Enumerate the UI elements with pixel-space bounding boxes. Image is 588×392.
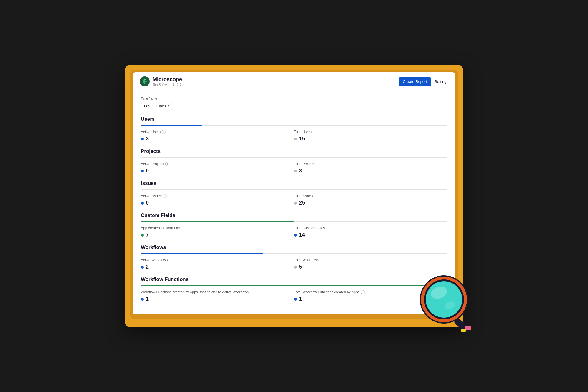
section-title-projects: Projects	[141, 148, 447, 154]
progress-fill-users	[141, 125, 202, 126]
brand: Microscope Jira Software 9.12.7	[140, 76, 182, 86]
timeframe-container: Time frame Last 90 days ▾	[141, 97, 447, 116]
metric-value-projects-0: 0	[141, 168, 294, 174]
metric-block-users-0: Active Usersi3	[141, 130, 294, 142]
svg-rect-4	[453, 317, 470, 332]
dot-blue	[141, 266, 144, 269]
metric-block-users-1: Total Users15	[294, 130, 447, 142]
dot-green	[141, 234, 144, 237]
metric-block-workflows-1: Total Workflows5	[294, 258, 447, 270]
sections-container: UsersActive Usersi3Total Users15Projects…	[141, 116, 447, 302]
metric-block-workflow-functions-1: Total Workflow Functions created by Apps…	[294, 290, 447, 302]
metric-number-workflow-functions-1: 1	[299, 296, 302, 302]
metric-block-custom-fields-1: Total Custom Fields14	[294, 226, 447, 238]
metric-number-workflows-1: 5	[299, 264, 302, 270]
metric-block-issues-0: Active Issuesi0	[141, 194, 294, 206]
metric-number-issues-0: 0	[146, 200, 149, 206]
dot-blue	[141, 298, 144, 301]
section-projects: ProjectsActive Projectsi0Total Projects3	[141, 148, 447, 174]
section-issues: IssuesActive Issuesi0Total Issues25	[141, 180, 447, 206]
section-title-issues: Issues	[141, 180, 447, 186]
metric-value-users-0: 3	[141, 136, 294, 142]
metric-label-workflow-functions-0: Workflow Functions created by Apps, that…	[141, 290, 294, 294]
metric-value-custom-fields-0: 7	[141, 232, 294, 238]
info-icon[interactable]: i	[165, 162, 169, 166]
info-icon[interactable]: i	[163, 194, 167, 198]
header: Microscope Jira Software 9.12.7 Create R…	[133, 72, 455, 91]
metric-label-workflows-0: Active Workflows	[141, 258, 294, 262]
metric-block-workflows-0: Active Workflows2	[141, 258, 294, 270]
brand-logo	[140, 76, 150, 86]
metric-value-projects-1: 3	[294, 168, 447, 174]
metric-value-workflows-1: 5	[294, 264, 447, 270]
metric-label-projects-1: Total Projects	[294, 162, 447, 166]
settings-button[interactable]: Settings	[435, 79, 448, 84]
metric-number-issues-1: 25	[299, 200, 305, 206]
content-area: Time frame Last 90 days ▾ UsersActive Us…	[133, 91, 455, 314]
create-report-button[interactable]: Create Report	[399, 77, 431, 86]
metric-value-issues-1: 25	[294, 200, 447, 206]
metrics-row-users: Active Usersi3Total Users15	[141, 130, 447, 142]
metric-number-projects-1: 3	[299, 168, 302, 174]
dot-blue	[141, 138, 144, 140]
progress-fill-custom-fields	[141, 221, 294, 222]
metrics-row-workflow-functions: Workflow Functions created by Apps, that…	[141, 290, 447, 302]
dot-gray	[294, 266, 297, 269]
metric-number-projects-0: 0	[146, 168, 149, 174]
progress-bar-workflows	[141, 253, 447, 254]
progress-bar-projects	[141, 157, 447, 158]
progress-bar-issues	[141, 189, 447, 190]
metric-block-workflow-functions-0: Workflow Functions created by Apps, that…	[141, 290, 294, 302]
timeframe-label: Time frame	[141, 97, 447, 100]
chevron-down-icon: ▾	[168, 104, 169, 108]
info-icon[interactable]: i	[361, 290, 365, 294]
dot-blue	[141, 202, 144, 205]
metric-label-workflow-functions-1: Total Workflow Functions created by Apps…	[294, 290, 447, 294]
progress-bar-workflow-functions	[141, 285, 447, 286]
metric-label-users-0: Active Usersi	[141, 130, 294, 134]
metric-block-issues-1: Total Issues25	[294, 194, 447, 206]
section-title-custom-fields: Custom Fields	[141, 212, 447, 218]
metric-label-custom-fields-1: Total Custom Fields	[294, 226, 447, 230]
progress-bar-custom-fields	[141, 221, 447, 222]
timeframe-value: Last 90 days	[144, 104, 166, 108]
header-actions: Create Report Settings	[399, 77, 448, 86]
brand-name: Microscope	[153, 76, 182, 83]
metric-label-projects-0: Active Projectsi	[141, 162, 294, 166]
info-icon[interactable]: i	[162, 130, 166, 134]
metrics-row-workflows: Active Workflows2Total Workflows5	[141, 258, 447, 270]
dot-blue	[141, 170, 144, 172]
progress-bar-users	[141, 125, 447, 126]
metric-label-issues-0: Active Issuesi	[141, 194, 294, 198]
metric-number-custom-fields-1: 14	[299, 232, 305, 238]
dot-gray	[294, 138, 297, 140]
app-window: Microscope Jira Software 9.12.7 Create R…	[133, 72, 455, 314]
dot-gray	[294, 202, 297, 205]
section-workflow-functions: Workflow FunctionsWorkflow Functions cre…	[141, 277, 447, 302]
metric-value-workflows-0: 2	[141, 264, 294, 270]
metric-label-issues-1: Total Issues	[294, 194, 447, 198]
metric-value-issues-0: 0	[141, 200, 294, 206]
metric-value-workflow-functions-1: 1	[294, 296, 447, 302]
metric-label-workflows-1: Total Workflows	[294, 258, 447, 262]
timeframe-select[interactable]: Last 90 days ▾	[141, 102, 172, 110]
section-users: UsersActive Usersi3Total Users15	[141, 116, 447, 142]
metric-number-workflow-functions-0: 1	[146, 296, 149, 302]
progress-fill-workflow-functions	[141, 285, 447, 286]
metric-label-users-1: Total Users	[294, 130, 447, 134]
metric-number-workflows-0: 2	[146, 264, 149, 270]
metric-block-custom-fields-0: App created Custom Fields7	[141, 226, 294, 238]
section-workflows: WorkflowsActive Workflows2Total Workflow…	[141, 244, 447, 270]
brand-text: Microscope Jira Software 9.12.7	[153, 76, 182, 86]
section-title-workflow-functions: Workflow Functions	[141, 277, 447, 282]
section-custom-fields: Custom FieldsApp created Custom Fields7T…	[141, 212, 447, 238]
svg-rect-11	[461, 329, 466, 332]
section-title-users: Users	[141, 116, 447, 122]
progress-fill-workflows	[141, 253, 263, 254]
metrics-row-projects: Active Projectsi0Total Projects3	[141, 162, 447, 174]
metric-number-custom-fields-0: 7	[146, 232, 149, 238]
svg-rect-10	[465, 326, 471, 330]
metric-value-users-1: 15	[294, 136, 447, 142]
section-title-workflows: Workflows	[141, 244, 447, 250]
metric-number-users-0: 3	[146, 136, 149, 142]
